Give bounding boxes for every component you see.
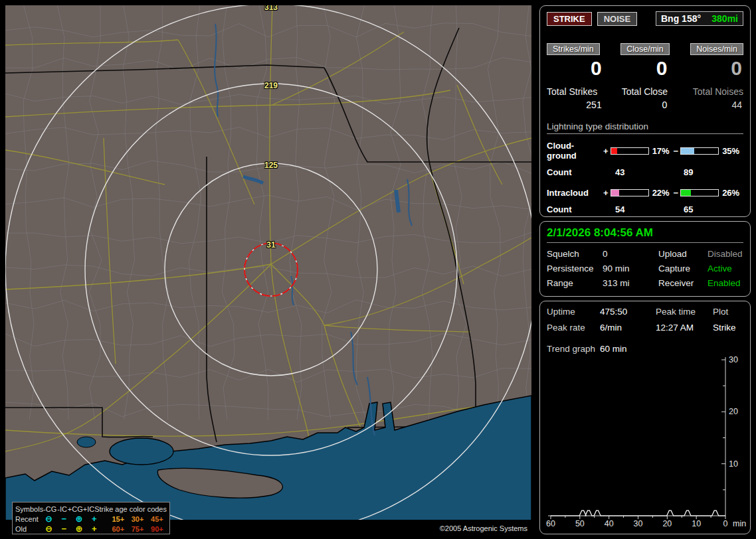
- intracloud-count-row: Count 54 65: [547, 204, 743, 214]
- svg-text:40: 40: [605, 519, 614, 528]
- total-close-value: 0: [613, 100, 678, 110]
- intracloud-label: Intracloud: [547, 188, 603, 198]
- total-noises-label: Total Noises: [678, 86, 743, 97]
- age-code-15: 15+: [108, 515, 128, 523]
- svg-text:30: 30: [634, 519, 643, 528]
- svg-text:30: 30: [729, 355, 738, 364]
- legend-row-recent-label: Recent: [15, 515, 41, 523]
- bearing-range: 380mi: [711, 13, 738, 24]
- app-window: 313 219 125 31 ©2005 Astrogenic Systems …: [0, 0, 756, 539]
- close-rate-column: Close/min 0 Total Close 0: [613, 43, 678, 110]
- svg-text:60: 60: [546, 519, 555, 528]
- legend-symbols-header: Symbols: [15, 505, 43, 513]
- intracloud-row: Intracloud + 22% − 26%: [547, 188, 743, 198]
- rates-box: STRIKE NOISE Bng 158° 380mi Strikes/min …: [539, 5, 751, 217]
- count-label: Count: [547, 204, 605, 214]
- age-code-75: 75+: [128, 525, 147, 533]
- age-code-30: 30+: [128, 515, 147, 523]
- total-strikes-label: Total Strikes: [547, 86, 613, 97]
- noises-per-min-value: 0: [678, 58, 743, 78]
- total-strikes-value: 251: [547, 100, 613, 110]
- bearing-label: Bng 158°: [661, 13, 701, 24]
- svg-text:0: 0: [723, 519, 728, 528]
- bearing-display: Bng 158° 380mi: [656, 11, 743, 26]
- svg-text:50: 50: [575, 519, 585, 528]
- peak-time-value: 12:27 AM: [656, 323, 713, 333]
- settings-box: 2/1/2026 8:04:56 AM Squelch 0 Upload Dis…: [539, 221, 751, 297]
- upload-label: Upload: [658, 249, 708, 259]
- receiver-label: Receiver: [658, 278, 708, 288]
- uptime-value: 475:50: [600, 307, 656, 317]
- minus-sign: −: [674, 188, 681, 198]
- distribution-header: Lightning type distribution: [547, 121, 743, 134]
- cg-negative-bar: [680, 147, 719, 155]
- peak-rate-label: Peak rate: [547, 323, 600, 333]
- ic-negative-bar: [680, 189, 719, 196]
- ring-label-31: 31: [266, 240, 275, 250]
- capture-status: Active: [708, 264, 743, 273]
- divider: [547, 242, 743, 243]
- plus-sign: +: [603, 146, 611, 156]
- recent-pos-ic-icon: +: [86, 514, 102, 523]
- legend-col-neg-ic: -IC: [56, 505, 67, 513]
- trend-graph-chart: 1020306050403020100min: [541, 352, 750, 532]
- recent-neg-cg-icon: ⊖: [41, 514, 56, 523]
- legend-col-neg-cg: -CG: [43, 505, 56, 513]
- noises-per-min-button[interactable]: Noises/min: [690, 43, 743, 55]
- legend-row-old-label: Old: [15, 525, 41, 533]
- plot-value: Strike: [713, 323, 743, 333]
- recent-pos-cg-icon: ⊕: [72, 514, 87, 523]
- status-sidebar: STRIKE NOISE Bng 158° 380mi Strikes/min …: [538, 5, 752, 535]
- range-value: 313 mi: [603, 278, 658, 288]
- total-noises-value: 44: [678, 100, 743, 110]
- persistence-value: 90 min: [603, 264, 658, 273]
- age-code-45: 45+: [147, 515, 167, 523]
- strike-button[interactable]: STRIKE: [547, 12, 592, 26]
- squelch-value: 0: [603, 249, 658, 259]
- ic-negative-count: 65: [678, 204, 693, 214]
- plot-header: Plot: [713, 307, 743, 317]
- old-pos-ic-icon: +: [86, 524, 102, 533]
- squelch-label: Squelch: [547, 249, 603, 259]
- cg-positive-count: 43: [605, 167, 678, 177]
- strikes-rate-column: Strikes/min 0 Total Strikes 251: [547, 43, 613, 110]
- ic-positive-bar: [611, 189, 649, 196]
- recent-neg-ic-icon: −: [56, 514, 72, 523]
- count-label: Count: [547, 167, 605, 177]
- svg-text:20: 20: [729, 407, 738, 416]
- cloud-ground-row: Cloud-ground + 17% − 35%: [547, 141, 743, 161]
- peak-rate-value: 6/min: [600, 323, 656, 333]
- cg-negative-count: 89: [678, 167, 693, 177]
- receiver-status: Enabled: [708, 278, 743, 288]
- peak-time-header: Peak time: [656, 307, 713, 317]
- copyright-text: ©2005 Astrogenic Systems: [440, 524, 527, 532]
- cg-positive-bar: [611, 147, 649, 155]
- datetime-display: 2/1/2026 8:04:56 AM: [547, 226, 743, 240]
- minus-sign: −: [674, 146, 681, 156]
- plus-sign: +: [603, 188, 611, 198]
- legend-col-pos-cg: +CG: [68, 505, 83, 513]
- noises-rate-column: Noises/min 0 Total Noises 44: [678, 43, 743, 110]
- svg-text:10: 10: [729, 459, 738, 469]
- cloud-ground-label: Cloud-ground: [547, 141, 603, 161]
- ring-label-313: 313: [264, 5, 278, 12]
- strikes-per-min-button[interactable]: Strikes/min: [547, 43, 600, 55]
- close-per-min-button[interactable]: Close/min: [620, 43, 670, 55]
- old-pos-cg-icon: ⊕: [72, 524, 87, 533]
- legend-age-header: Strike age color codes: [94, 505, 167, 513]
- close-per-min-value: 0: [613, 58, 678, 78]
- capture-label: Capture: [658, 264, 708, 273]
- total-close-label: Total Close: [613, 86, 678, 97]
- strikes-per-min-value: 0: [547, 58, 613, 78]
- cloud-ground-count-row: Count 43 89: [547, 167, 743, 177]
- ic-positive-count: 54: [605, 204, 678, 214]
- ic-negative-pct: 26%: [722, 188, 743, 198]
- age-code-60: 60+: [108, 525, 128, 533]
- ring-label-125: 125: [264, 161, 278, 170]
- persistence-label: Persistence: [547, 264, 603, 273]
- map-canvas[interactable]: 313 219 125 31 ©2005 Astrogenic Systems …: [5, 5, 531, 534]
- ic-positive-pct: 22%: [652, 188, 674, 198]
- svg-text:min: min: [733, 519, 746, 528]
- uptime-label: Uptime: [547, 307, 600, 317]
- noise-button[interactable]: NOISE: [597, 12, 637, 26]
